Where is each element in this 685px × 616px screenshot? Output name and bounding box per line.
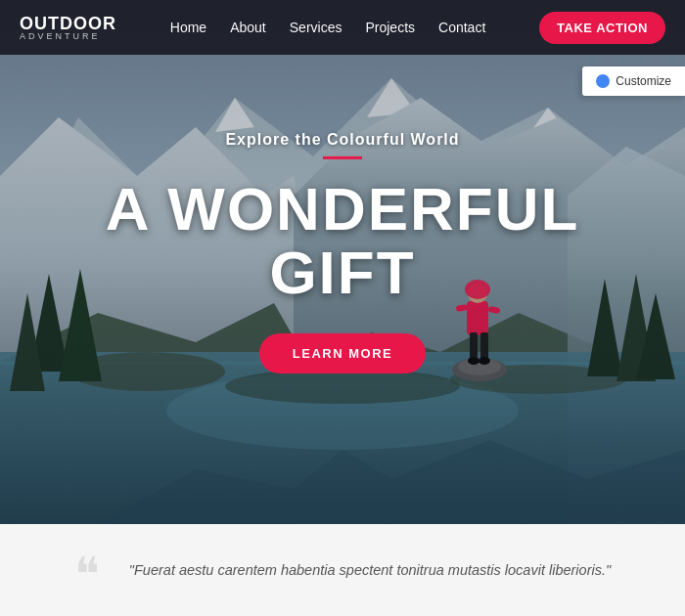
nav-item-contact[interactable]: Contact — [438, 19, 485, 36]
hero-title-line2: GIFT — [269, 239, 415, 306]
nav-link-about[interactable]: About — [230, 20, 266, 35]
customize-button[interactable]: Customize — [582, 66, 685, 96]
bottom-section: ❝ "Fuerat aestu carentem habentia specte… — [0, 524, 685, 616]
logo-sub: ADVENTURE — [20, 32, 116, 41]
hero-content: Explore the Colourful World A WONDERFUL … — [0, 131, 685, 374]
nav-links: Home About Services Projects Contact — [170, 19, 485, 36]
logo: OUTDOOR ADVENTURE — [20, 15, 116, 41]
learn-more-button[interactable]: LEARN MORE — [259, 333, 426, 374]
nav-item-services[interactable]: Services — [290, 19, 342, 36]
nav-link-contact[interactable]: Contact — [438, 20, 485, 35]
customize-label: Customize — [616, 74, 671, 88]
nav-link-services[interactable]: Services — [290, 20, 342, 35]
quote-icon: ❝ — [74, 551, 100, 598]
quote-text: "Fuerat aestu carentem habentia spectent… — [129, 558, 611, 583]
take-action-button[interactable]: TAKE ACTION — [539, 12, 665, 44]
customize-icon — [596, 74, 610, 88]
hero-subtitle: Explore the Colourful World — [0, 131, 685, 149]
hero-title: A WONDERFUL GIFT — [0, 177, 685, 304]
nav-item-projects[interactable]: Projects — [365, 19, 415, 36]
nav-item-home[interactable]: Home — [170, 19, 206, 36]
logo-main: OUTDOOR — [20, 15, 116, 32]
nav-link-home[interactable]: Home — [170, 20, 206, 35]
navbar: OUTDOOR ADVENTURE Home About Services Pr… — [0, 0, 685, 55]
hero-title-line1: A WONDERFUL — [106, 175, 580, 242]
hero-divider — [323, 156, 362, 159]
hero-section: Customize Explore the Colourful World A … — [0, 0, 685, 524]
nav-link-projects[interactable]: Projects — [365, 20, 415, 35]
nav-item-about[interactable]: About — [230, 19, 266, 36]
